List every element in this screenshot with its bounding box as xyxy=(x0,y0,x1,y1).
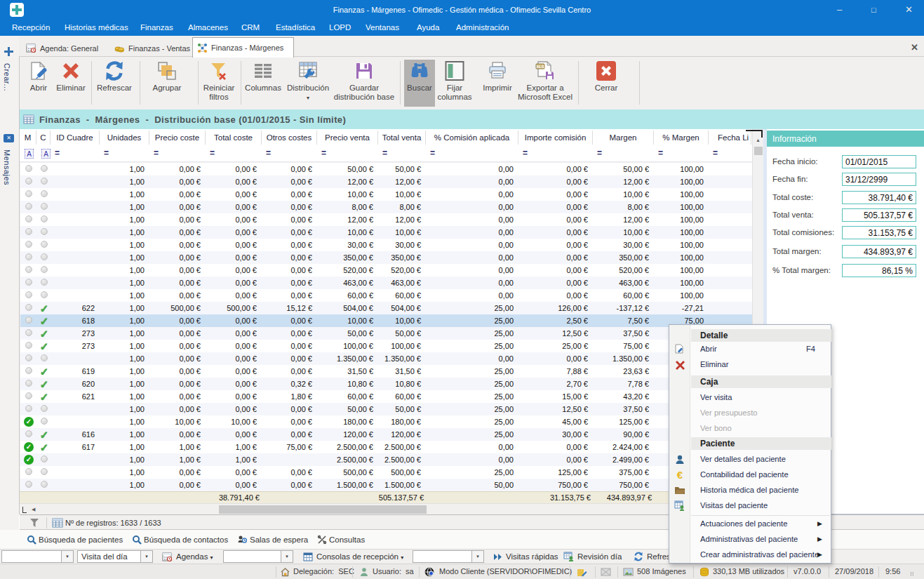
svg-text:€: € xyxy=(677,470,683,481)
svg-text:XLS: XLS xyxy=(536,65,544,69)
